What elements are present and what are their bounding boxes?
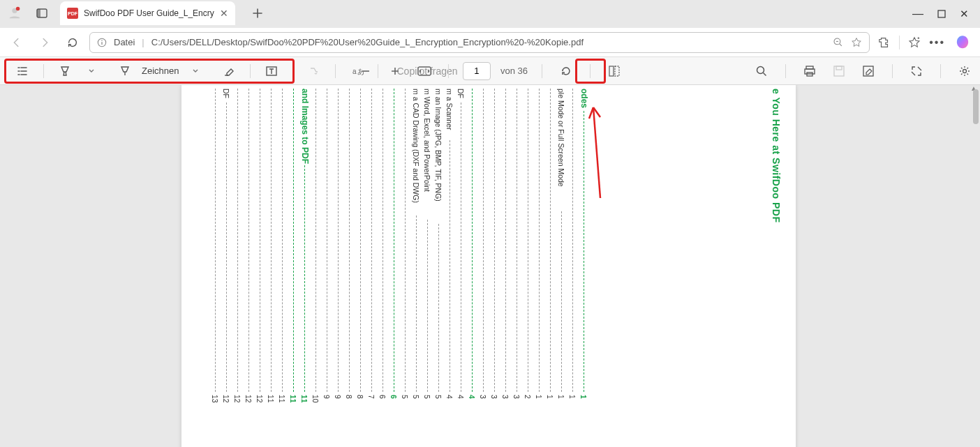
url-text: C:/Users/DELL/Desktop/SwifDoo%20PDF%20Us… [151,37,826,47]
toc-page-number: 12 [233,395,242,403]
toc-leader [293,89,294,392]
zoom-out-button[interactable] [356,61,376,81]
svg-point-17 [757,66,764,73]
save-as-icon[interactable] [859,61,878,81]
toc-leader [371,89,372,392]
svg-point-9 [101,40,103,41]
chevron-down-icon[interactable] [82,61,101,81]
toc-leader [282,89,283,392]
toc-page-number: 13 [211,395,219,403]
close-tab-icon[interactable]: ✕ [220,8,228,19]
pdf-toolbar: Zeichnen aあ Copilot fragen von 36 [0,57,980,85]
toc-page-number: 5 [401,395,409,399]
svg-rect-3 [37,9,40,17]
rotate-icon[interactable] [556,61,576,81]
favorites-bar-icon[interactable] [908,36,921,49]
toc-page-number: 7 [367,395,376,399]
toc-leader [427,220,428,392]
toc-page-number: 1 [568,395,577,399]
pdf-viewer[interactable]: e You Here at SwifDoo PDF odes11ple Mode… [0,85,980,447]
toc-page-number: 5 [423,395,431,399]
toc-leader [226,103,227,392]
toc-page-number: 10 [311,395,320,403]
toc-leader [260,89,260,392]
svg-text:PDF: PDF [68,11,78,16]
toc-page-number: 12 [244,395,253,403]
minimize-button[interactable]: — [912,8,923,20]
toc-entry-text: DF [456,89,465,98]
svg-rect-22 [836,66,842,70]
toc-leader [271,89,272,392]
toc-leader [584,111,584,392]
address-bar: Datei | C:/Users/DELL/Desktop/SwifDoo%20… [0,28,980,57]
settings-icon[interactable] [955,61,974,81]
zoom-in-button[interactable] [385,61,405,81]
contents-icon[interactable] [13,61,32,81]
highlight-icon[interactable] [55,61,75,81]
forward-button[interactable] [34,31,56,54]
draw-icon[interactable] [115,61,135,81]
erase-icon[interactable] [219,61,239,81]
toc-leader [237,89,238,392]
toc-page-number: 1 [579,395,588,399]
toc-leader [327,89,327,392]
maximize-button[interactable] [937,10,946,18]
toc-leader [304,165,305,392]
toc-entry-text: and Images to PDF [300,89,310,164]
back-button[interactable] [6,31,28,54]
profile-icon[interactable] [6,4,24,22]
scroll-thumb[interactable] [973,89,979,124]
read-aloud-icon[interactable] [304,61,324,81]
toc-leader [494,89,495,392]
textbox-icon[interactable] [262,61,281,81]
chevron-down-icon[interactable] [186,61,205,81]
save-icon[interactable] [829,61,849,81]
page-number-input[interactable] [463,62,491,80]
toc-leader [360,89,361,392]
toc-leader [572,89,573,392]
url-scheme: Datei [114,37,135,47]
toc-leader [450,140,450,392]
toc-entry-text: m an Image (JPG, BMP, TIF, PNG) [434,89,443,202]
toc-page-number: 1 [557,395,565,399]
toc-page-number: 9 [322,395,331,399]
tab-actions-icon[interactable] [32,3,52,23]
toc-page-number: 3 [490,395,498,399]
toc-page-number: 6 [378,395,387,399]
info-icon [97,38,107,47]
print-icon[interactable] [800,61,819,81]
toc-leader [461,103,461,392]
toc-entry-text: m a CAD Drawing (DXF and DWG) [412,89,420,203]
toc-leader [505,89,506,392]
toc-page-number: 3 [512,395,521,399]
toc-page-number: 6 [389,395,398,399]
draw-label[interactable]: Zeichnen [142,66,179,76]
copilot-icon[interactable] [953,33,972,52]
browser-tab[interactable]: PDF SwifDoo PDF User Guide_L_Encry ✕ [60,1,235,25]
fullscreen-icon[interactable] [907,61,926,81]
fit-width-icon[interactable] [415,61,434,81]
search-icon[interactable] [752,61,771,81]
more-menu-icon[interactable]: ••• [929,36,945,49]
page-view-icon[interactable] [604,61,624,81]
toc-page-number: 5 [434,395,443,399]
toc-leader [405,89,406,392]
extensions-icon[interactable] [878,36,891,49]
pdf-page: e You Here at SwifDoo PDF odes11ple Mode… [181,85,796,447]
favorite-icon[interactable] [851,37,862,48]
toc-page-number: 2 [524,395,532,399]
refresh-button[interactable] [61,31,84,54]
annotation-arrow [586,93,614,198]
vertical-scrollbar[interactable]: ▲ [969,85,979,447]
toc-page-number: 3 [501,395,510,399]
toc-page-number: 12 [255,395,264,403]
svg-rect-8 [101,42,102,45]
close-window-button[interactable]: ✕ [960,8,969,20]
url-field[interactable]: Datei | C:/Users/DELL/Desktop/SwifDoo%20… [89,32,870,53]
svg-rect-21 [834,66,844,76]
toc-page-number: 11 [267,395,275,403]
new-tab-button[interactable] [248,3,267,23]
zoom-reset-icon[interactable] [833,37,844,48]
toc-page-number: 3 [479,395,487,399]
toc-leader [550,89,551,392]
